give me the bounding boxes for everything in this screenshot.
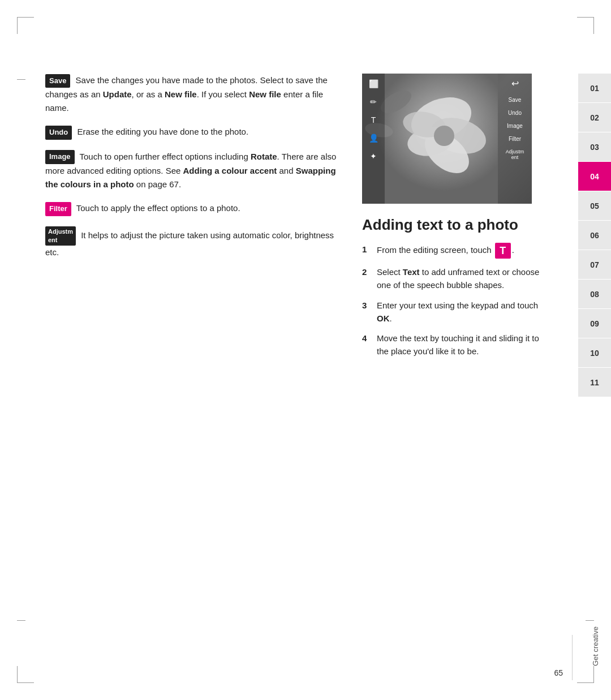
step-2: 2 Select Text to add unframed text or ch…: [362, 265, 543, 292]
chapter-08-label: 08: [590, 290, 599, 299]
crop-icon: ⬜: [369, 79, 378, 88]
step-1: 1 From the editing screen, touch T.: [362, 243, 543, 259]
screenshot-toolbar: ↩ Save Undo Image Filter Adjustment: [498, 74, 532, 204]
chapter-06-label: 06: [590, 231, 599, 240]
screenshot-left-bar: ⬜ ✏ T 👤 ✦: [362, 74, 385, 204]
step-4-num: 4: [362, 332, 371, 358]
step-2-num: 2: [362, 265, 371, 292]
chapter-10[interactable]: 10: [578, 338, 611, 368]
chapter-07-label: 07: [590, 260, 599, 269]
chapter-02-label: 02: [590, 113, 599, 122]
left-column: Save Save the changes you have made to t…: [45, 74, 362, 655]
phone-screenshot: ⬜ ✏ T 👤 ✦ ↩ Save Undo Image Filter Adjus…: [362, 74, 532, 204]
save-paragraph: Save Save the changes you have made to t…: [45, 74, 345, 115]
toolbar-undo: Undo: [498, 108, 532, 118]
pencil-icon: ✏: [370, 97, 377, 106]
t-icon: T: [495, 243, 511, 259]
chapter-10-label: 10: [590, 349, 599, 358]
chapter-04-label: 04: [590, 172, 599, 181]
step-2-text: Select Text to add unframed text or choo…: [377, 265, 543, 292]
chapter-01-label: 01: [590, 84, 599, 93]
chapter-03-label: 03: [590, 143, 599, 152]
get-creative-label: Get creative: [591, 626, 600, 666]
chapter-01[interactable]: 01: [578, 74, 611, 103]
filter-text: Touch to apply the effect options to a p…: [76, 203, 240, 213]
image-paragraph: Image Touch to open further effect optio…: [45, 150, 345, 191]
step-1-text: From the editing screen, touch T.: [377, 243, 514, 259]
corner-mark-tl: [17, 17, 34, 34]
tick-right-bottom: [586, 620, 594, 621]
chapter-02[interactable]: 02: [578, 103, 611, 132]
filter-paragraph: Filter Touch to apply the effect options…: [45, 201, 345, 216]
section-title: Adding text to a photo: [362, 216, 543, 234]
page: Save Save the changes you have made to t…: [0, 0, 611, 700]
toolbar-image: Image: [498, 121, 532, 131]
chapter-11[interactable]: 11: [578, 368, 611, 397]
tick-left-bottom: [17, 620, 25, 621]
chapter-nav: 01 02 03 04 05 06 07 08 09 10 11: [578, 74, 611, 397]
adjustment-paragraph: Adjustment It helps to adjust the pictur…: [45, 226, 345, 260]
step-3-text: Enter your text using the keypad and tou…: [377, 299, 543, 325]
chapter-08[interactable]: 08: [578, 280, 611, 309]
undo-text: Erase the editing you have done to the p…: [77, 127, 248, 136]
star-icon: ✦: [370, 152, 377, 161]
toolbar-save: Save: [498, 95, 532, 105]
corner-mark-bl: [17, 666, 34, 683]
chapter-09-label: 09: [590, 319, 599, 328]
tick-left-top: [17, 79, 25, 80]
chapter-04[interactable]: 04: [578, 162, 611, 191]
step-4-text: Move the text by touching it and sliding…: [377, 332, 543, 358]
chapter-06[interactable]: 06: [578, 221, 611, 250]
step-4: 4 Move the text by touching it and slidi…: [362, 332, 543, 358]
adjustment-text: It helps to adjust the picture taken usi…: [45, 230, 334, 257]
undo-paragraph: Undo Erase the editing you have done to …: [45, 125, 345, 139]
chapter-11-label: 11: [590, 378, 599, 387]
chapter-05-label: 05: [590, 201, 599, 211]
right-column: ⬜ ✏ T 👤 ✦ ↩ Save Undo Image Filter Adjus…: [362, 74, 543, 655]
corner-mark-tr: [577, 17, 594, 34]
undo-badge: Undo: [45, 126, 72, 140]
page-number: 65: [554, 668, 563, 677]
chapter-05[interactable]: 05: [578, 191, 611, 221]
step-1-num: 1: [362, 243, 371, 259]
image-badge: Image: [45, 150, 75, 164]
save-badge: Save: [45, 74, 70, 88]
corner-mark-br: [577, 666, 594, 683]
adjustment-badge: Adjustment: [45, 226, 76, 246]
back-icon: ↩: [511, 78, 519, 89]
vertical-separator: [572, 635, 573, 680]
main-content: Save Save the changes you have made to t…: [45, 74, 543, 655]
toolbar-filter: Filter: [498, 134, 532, 144]
chapter-03[interactable]: 03: [578, 132, 611, 162]
steps-list: 1 From the editing screen, touch T. 2 Se…: [362, 243, 543, 358]
filter-badge: Filter: [45, 202, 71, 216]
text-icon: T: [371, 115, 376, 124]
step-3-num: 3: [362, 299, 371, 325]
toolbar-adjustment: Adjustment: [498, 147, 532, 162]
image-text: Touch to open further effect options inc…: [45, 152, 336, 189]
person-icon: 👤: [369, 134, 378, 143]
save-text: Save the changes you have made to the ph…: [45, 75, 328, 113]
chapter-09[interactable]: 09: [578, 309, 611, 338]
step-3: 3 Enter your text using the keypad and t…: [362, 299, 543, 325]
chapter-07[interactable]: 07: [578, 250, 611, 280]
svg-point-6: [434, 126, 454, 146]
